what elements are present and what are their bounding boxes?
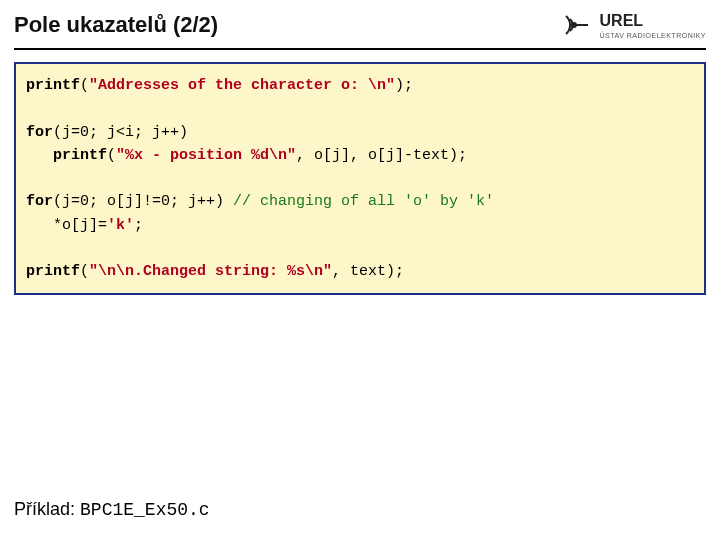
logo-name: UREL	[600, 12, 706, 30]
logo-text-block: UREL ÚSTAV RADIOELEKTRONIKY	[600, 12, 706, 39]
code-text: (j=0; o[j]!=0; j++)	[53, 193, 233, 210]
code-text: *o[j]=	[26, 217, 107, 234]
code-kw: for	[26, 124, 53, 141]
code-text: , text);	[332, 263, 404, 280]
code-string: "\n\n.Changed string: %s\n"	[89, 263, 332, 280]
logo-subtitle: ÚSTAV RADIOELEKTRONIKY	[600, 32, 706, 39]
slide-header: Pole ukazatelů (2/2) UREL ÚSTAV RADIOELE…	[0, 0, 720, 44]
code-text: );	[395, 77, 413, 94]
code-text: (	[80, 77, 89, 94]
footer-label: Příklad:	[14, 499, 80, 519]
code-kw: printf	[26, 263, 80, 280]
footer: Příklad: BPC1E_Ex50.c	[14, 499, 210, 520]
code-kw: for	[26, 193, 53, 210]
code-text: , o[j], o[j]-text);	[296, 147, 467, 164]
code-block: printf("Addresses of the character o: \n…	[14, 62, 706, 295]
footer-filename: BPC1E_Ex50.c	[80, 500, 210, 520]
svg-point-1	[572, 23, 576, 27]
code-string: "%x - position %d\n"	[116, 147, 296, 164]
code-string: "Addresses of the character o: \n"	[89, 77, 395, 94]
code-text: (	[80, 263, 89, 280]
slide-title: Pole ukazatelů (2/2)	[14, 12, 218, 38]
code-string: 'k'	[107, 217, 134, 234]
code-comment: // changing of all 'o' by 'k'	[233, 193, 494, 210]
code-text: (j=0; j<i; j++)	[53, 124, 188, 141]
header-rule	[14, 48, 706, 50]
code-text: ;	[134, 217, 143, 234]
code-kw: printf	[53, 147, 107, 164]
code-text: (	[107, 147, 116, 164]
code-kw: printf	[26, 77, 80, 94]
logo: UREL ÚSTAV RADIOELEKTRONIKY	[560, 8, 706, 42]
antenna-icon	[560, 8, 594, 42]
